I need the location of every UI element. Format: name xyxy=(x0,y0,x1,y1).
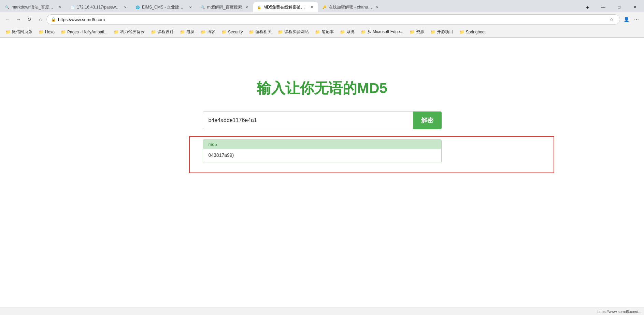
url-text: https://www.somd5.com xyxy=(58,17,605,22)
maximize-button[interactable]: □ xyxy=(611,2,627,12)
bookmark-bm2[interactable]: 📁 Hexo xyxy=(36,29,57,35)
bookmark-icon-bm6: 📁 xyxy=(180,30,185,34)
refresh-button[interactable]: ↻ xyxy=(25,15,34,24)
bookmark-bm5[interactable]: 📁 课程设计 xyxy=(148,28,176,36)
tab-tab3[interactable]: 🌐 EIMS_CMS - 企业建站系统 ✕ xyxy=(132,2,197,12)
bookmark-label-bm15: 开源项目 xyxy=(437,29,453,35)
tab-tab4[interactable]: 🔍 md5解码_百度搜索 ✕ xyxy=(197,2,253,12)
bookmark-label-bm5: 课程设计 xyxy=(157,29,174,35)
bookmark-icon-bm8: 📁 xyxy=(221,30,227,34)
tab-tab1[interactable]: 🔍 markdown语法_百度搜索 ✕ xyxy=(1,2,66,12)
bookmark-bm10[interactable]: 📁 课程实验网站 xyxy=(275,28,312,36)
star-button[interactable]: ☆ xyxy=(607,15,616,24)
tab-close-tab3[interactable]: ✕ xyxy=(188,4,193,10)
bookmarks-bar: 📁 微信网页版 📁 Hexo 📁 Pages · HcflyAmbati... … xyxy=(0,27,644,38)
bookmark-bm14[interactable]: 📁 资源 xyxy=(407,28,427,36)
bookmark-label-bm8: Security xyxy=(228,30,243,34)
browser-frame: 🔍 markdown语法_百度搜索 ✕ 📄 172.16.43.117/pass… xyxy=(0,0,644,38)
bookmark-bm7[interactable]: 📁 博客 xyxy=(198,28,218,36)
bookmark-label-bm10: 课程实验网站 xyxy=(284,29,309,35)
bookmark-label-bm2: Hexo xyxy=(45,30,55,34)
tab-title-tab3: EIMS_CMS - 企业建站系统 xyxy=(142,4,186,10)
result-type-label: md5 xyxy=(203,140,441,149)
bookmark-icon-bm2: 📁 xyxy=(39,30,44,34)
bookmark-label-bm7: 博客 xyxy=(207,29,215,35)
bookmark-bm13[interactable]: 📁 从 Microsoft Edge... xyxy=(358,28,406,36)
bookmark-icon-bm10: 📁 xyxy=(278,30,283,34)
tab-favicon-tab2: 📄 xyxy=(70,5,75,10)
bookmark-bm12[interactable]: 📁 系统 xyxy=(337,28,357,36)
bookmark-bm4[interactable]: 📁 科力锐灾备云 xyxy=(111,28,147,36)
tab-close-tab1[interactable]: ✕ xyxy=(57,4,63,10)
tab-title-tab2: 172.16.43.117/password.txt xyxy=(77,5,120,10)
bookmark-icon-bm7: 📁 xyxy=(201,30,206,34)
decode-button[interactable]: 解密 xyxy=(413,111,442,129)
bookmark-label-bm13: 从 Microsoft Edge... xyxy=(367,29,403,35)
bookmark-icon-bm4: 📁 xyxy=(114,30,119,34)
tab-close-tab6[interactable]: ✕ xyxy=(374,4,380,10)
tab-favicon-tab1: 🔍 xyxy=(5,5,10,10)
settings-button[interactable]: ⋯ xyxy=(632,15,641,24)
bookmark-label-bm16: Springboot xyxy=(466,30,486,34)
bookmark-icon-bm12: 📁 xyxy=(340,30,345,34)
bookmark-label-bm12: 系统 xyxy=(346,29,355,35)
bookmark-icon-bm9: 📁 xyxy=(249,30,254,34)
md5-input[interactable] xyxy=(203,111,413,129)
bookmark-label-bm14: 资源 xyxy=(416,29,424,35)
bookmark-label-bm9: 编程相关 xyxy=(255,29,272,35)
minimize-button[interactable]: — xyxy=(596,2,611,12)
tab-title-tab1: markdown语法_百度搜索 xyxy=(12,4,55,10)
bookmark-bm1[interactable]: 📁 微信网页版 xyxy=(3,28,35,36)
bookmark-icon-bm15: 📁 xyxy=(430,30,435,34)
tab-favicon-tab3: 🌐 xyxy=(135,5,140,10)
tab-tab6[interactable]: 🔑 在线加密解密 - chahuo.com ✕ xyxy=(318,2,383,12)
bookmark-bm6[interactable]: 📁 电脑 xyxy=(177,28,197,36)
bookmark-label-bm11: 笔记本 xyxy=(321,29,334,35)
address-bar-row: ← → ↻ ⌂ 🔒 https://www.somd5.com ☆ 👤 ⋯ xyxy=(0,12,644,27)
page-title: 输入让你无语的MD5 xyxy=(257,79,387,98)
bookmark-icon-bm1: 📁 xyxy=(5,30,11,34)
tab-tab2[interactable]: 📄 172.16.43.117/password.txt ✕ xyxy=(67,2,131,12)
bookmark-bm3[interactable]: 📁 Pages · HcflyAmbati... xyxy=(58,29,110,35)
bookmark-bm16[interactable]: 📁 Springboot xyxy=(457,29,488,35)
home-button[interactable]: ⌂ xyxy=(35,15,45,24)
back-button[interactable]: ← xyxy=(3,15,12,24)
tab-title-tab6: 在线加密解密 - chahuo.com xyxy=(329,4,372,10)
bookmark-icon-bm13: 📁 xyxy=(361,30,366,34)
tab-close-tab2[interactable]: ✕ xyxy=(123,4,128,10)
profile-button[interactable]: 👤 xyxy=(621,15,631,24)
result-dropdown: md5 043817a99) xyxy=(203,139,442,163)
lock-icon: 🔒 xyxy=(51,17,56,22)
tab-favicon-tab4: 🔍 xyxy=(200,5,205,10)
bookmark-icon-bm11: 📁 xyxy=(315,30,320,34)
tabs-bar: 🔍 markdown语法_百度搜索 ✕ 📄 172.16.43.117/pass… xyxy=(0,0,644,12)
result-value: 043817a99) xyxy=(203,149,441,163)
toolbar-right: 👤 ⋯ xyxy=(621,15,641,24)
search-area: 解密 xyxy=(203,111,442,129)
bookmark-bm9[interactable]: 📁 编程相关 xyxy=(246,28,274,36)
bookmark-icon-bm14: 📁 xyxy=(410,30,415,34)
bookmark-icon-bm16: 📁 xyxy=(459,30,464,34)
status-url: https://www.somd5.com/... xyxy=(598,310,641,314)
tab-favicon-tab5: 🔒 xyxy=(257,5,261,10)
bookmark-bm15[interactable]: 📁 开源项目 xyxy=(428,28,456,36)
bookmark-label-bm1: 微信网页版 xyxy=(12,29,32,35)
address-bar[interactable]: 🔒 https://www.somd5.com ☆ xyxy=(46,14,620,25)
close-button[interactable]: ✕ xyxy=(627,2,643,12)
bookmark-icon-bm3: 📁 xyxy=(61,30,66,34)
page-content: 输入让你无语的MD5 解密 md5 043817a99) xyxy=(0,38,644,304)
bookmark-label-bm6: 电脑 xyxy=(186,29,195,35)
forward-button[interactable]: → xyxy=(14,15,23,24)
tab-title-tab5: MD5免费在线解密破解_MD5... xyxy=(263,4,307,10)
bookmark-icon-bm5: 📁 xyxy=(151,30,156,34)
tab-favicon-tab6: 🔑 xyxy=(322,5,327,10)
result-container: md5 043817a99) xyxy=(203,139,442,163)
tab-close-tab4[interactable]: ✕ xyxy=(244,4,249,10)
bookmark-label-bm4: 科力锐灾备云 xyxy=(120,29,145,35)
status-bar: https://www.somd5.com/... xyxy=(0,308,644,315)
new-tab-button[interactable]: + xyxy=(583,3,592,12)
bookmark-bm8[interactable]: 📁 Security xyxy=(219,29,245,35)
tab-tab5[interactable]: 🔒 MD5免费在线解密破解_MD5... ✕ xyxy=(253,2,318,12)
bookmark-bm11[interactable]: 📁 笔记本 xyxy=(312,28,337,36)
tab-close-tab5[interactable]: ✕ xyxy=(309,4,315,10)
